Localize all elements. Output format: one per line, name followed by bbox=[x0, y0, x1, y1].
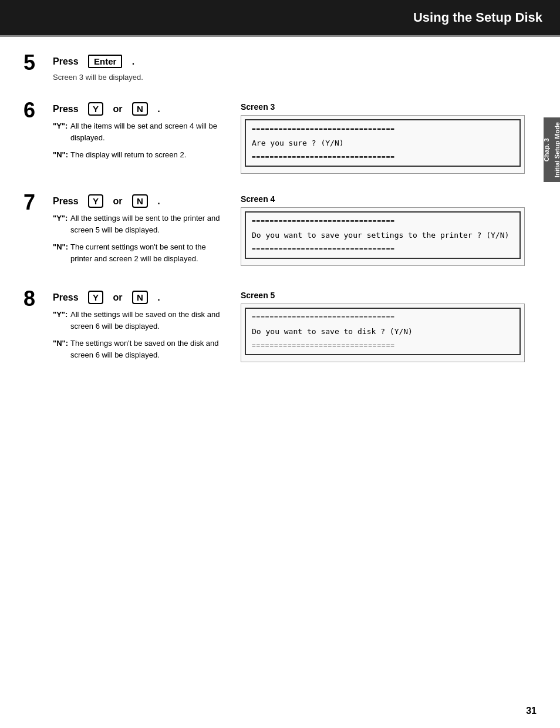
step-7-row: 7 Press Y or N . "Y": All the settings w… bbox=[23, 194, 525, 270]
step-6-instruction: Press Y or N . bbox=[53, 102, 229, 116]
step-6-row: 6 Press Y or N . "Y": All the items will… bbox=[23, 102, 525, 174]
step-8-content: Press Y or N . "Y": All the settings wil… bbox=[53, 291, 241, 366]
step-8-n-text: The settings won't be saved on the disk … bbox=[70, 338, 229, 360]
screen-3-text: Are you sure ? (Y/N) bbox=[252, 136, 514, 150]
step-8-y-text: All the settings will be saved on the di… bbox=[70, 309, 229, 332]
step-7-sub-n: "N": The current settings won't be sent … bbox=[53, 241, 229, 264]
step-8-n-label: "N": bbox=[53, 338, 70, 360]
page-number: 31 bbox=[526, 706, 537, 716]
step-5-content: Press Enter . Screen 3 will be displayed… bbox=[53, 55, 241, 82]
step-5-period: . bbox=[132, 56, 134, 67]
step-7-sub-y: "Y": All the settings will be sent to th… bbox=[53, 213, 229, 235]
screen-5-equals-top: ================================ bbox=[252, 314, 514, 321]
step-5-row: 5 Press Enter . Screen 3 will be display… bbox=[23, 55, 525, 82]
step-6-y-text: All the items will be set and screen 4 w… bbox=[70, 120, 229, 143]
screen-4-equals-bottom: ================================ bbox=[252, 245, 514, 253]
sidebar-text: Chap. 3 Initial Setup Mode bbox=[542, 122, 560, 177]
step-6-y-label: "Y": bbox=[53, 120, 70, 143]
step-8-connector: or bbox=[113, 292, 123, 303]
step-8-number: 8 bbox=[23, 288, 53, 309]
step-7-key2: N bbox=[132, 194, 148, 208]
step-8-key2: N bbox=[132, 291, 148, 304]
step-8-row: 8 Press Y or N . "Y": All the settings w… bbox=[23, 291, 525, 366]
step-6-key1: Y bbox=[88, 102, 103, 116]
step-7-content: Press Y or N . "Y": All the settings wil… bbox=[53, 194, 241, 270]
header-title: Using the Setup Disk bbox=[413, 10, 542, 25]
step-6-sub-y: "Y": All the items will be set and scree… bbox=[53, 120, 229, 143]
screen-4-text: Do you want to save your settings to the… bbox=[252, 228, 514, 242]
step-7-sub: "Y": All the settings will be sent to th… bbox=[53, 213, 229, 264]
step-7-prefix: Press bbox=[53, 196, 79, 207]
screen-4-inner: ================================ Do you … bbox=[245, 211, 521, 259]
screen-3-label: Screen 3 bbox=[241, 102, 525, 112]
step-7-y-text: All the settings will be sent to the pri… bbox=[70, 213, 229, 235]
screen-4-label: Screen 4 bbox=[241, 194, 525, 204]
step-8-instruction: Press Y or N . bbox=[53, 291, 229, 304]
step-7-instruction: Press Y or N . bbox=[53, 194, 229, 208]
step-8-sub-y: "Y": All the settings will be saved on t… bbox=[53, 309, 229, 332]
step-7-connector: or bbox=[113, 196, 123, 207]
step-8-sub-n: "N": The settings won't be saved on the … bbox=[53, 338, 229, 360]
screen-4-box: ================================ Do you … bbox=[241, 207, 525, 266]
step-5-number: 5 bbox=[23, 52, 53, 73]
step-7-screen-col: Screen 4 ===============================… bbox=[241, 194, 525, 266]
step-6-prefix: Press bbox=[53, 104, 79, 114]
step-6-n-label: "N": bbox=[53, 149, 70, 161]
sidebar-mode: Initial Setup Mode bbox=[553, 122, 560, 177]
right-sidebar: Chap. 3 Initial Setup Mode bbox=[544, 117, 560, 182]
step-6-sub: "Y": All the items will be set and scree… bbox=[53, 120, 229, 161]
screen-3-box: ================================ Are you… bbox=[241, 115, 525, 174]
step-7-n-text: The current settings won't be sent to th… bbox=[70, 241, 229, 264]
step-6-key2: N bbox=[132, 102, 148, 116]
screen-5-text: Do you want to save to disk ? (Y/N) bbox=[252, 325, 514, 338]
screen-5-inner: ================================ Do you … bbox=[245, 308, 521, 355]
screen-4-equals-top: ================================ bbox=[252, 217, 514, 225]
header-bar: Using the Setup Disk bbox=[0, 0, 560, 35]
screen-3-inner: ================================ Are you… bbox=[245, 119, 521, 167]
step-8-prefix: Press bbox=[53, 292, 79, 303]
step-6-screen-col: Screen 3 ===============================… bbox=[241, 102, 525, 174]
screen-5-box: ================================ Do you … bbox=[241, 304, 525, 362]
sidebar-chap: Chap. 3 bbox=[542, 138, 551, 161]
step-8-y-label: "Y": bbox=[53, 309, 70, 332]
step-6-number: 6 bbox=[23, 100, 53, 121]
step-6-n-text: The display will return to screen 2. bbox=[70, 149, 229, 161]
screen-3-equals-bottom: ================================ bbox=[252, 153, 514, 161]
step-8-key1: Y bbox=[88, 291, 103, 304]
screen-5-equals-bottom: ================================ bbox=[252, 342, 514, 349]
main-content: 5 Press Enter . Screen 3 will be display… bbox=[0, 37, 560, 410]
step-5-prefix: Press bbox=[53, 56, 79, 67]
step-5-description: Screen 3 will be displayed. bbox=[53, 73, 229, 82]
step-5-instruction: Press Enter . bbox=[53, 55, 229, 68]
screen-5-label: Screen 5 bbox=[241, 291, 525, 300]
step-6-sub-n: "N": The display will return to screen 2… bbox=[53, 149, 229, 161]
step-7-n-label: "N": bbox=[53, 241, 70, 264]
step-6-connector: or bbox=[113, 104, 123, 114]
step-8-screen-col: Screen 5 ===============================… bbox=[241, 291, 525, 362]
step-8-sub: "Y": All the settings will be saved on t… bbox=[53, 309, 229, 360]
step-7-y-label: "Y": bbox=[53, 213, 70, 235]
step-7-key1: Y bbox=[88, 194, 103, 208]
step-6-content: Press Y or N . "Y": All the items will b… bbox=[53, 102, 241, 167]
step-7-number: 7 bbox=[23, 192, 53, 213]
step-5-key: Enter bbox=[88, 55, 122, 68]
screen-3-equals-top: ================================ bbox=[252, 125, 514, 133]
